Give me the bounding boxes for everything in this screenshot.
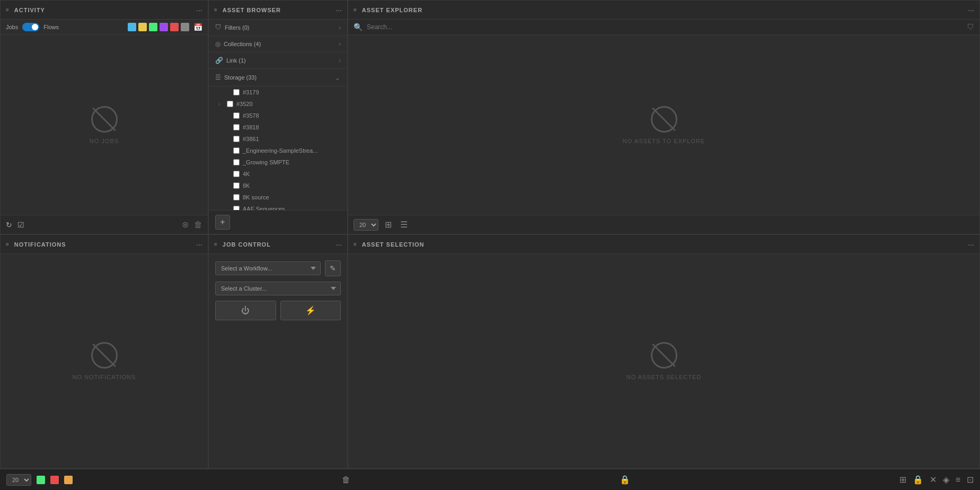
lock-bottom-icon[interactable]: 🔒 [913,475,923,485]
color-blue[interactable] [128,23,136,31]
close-bottom-icon[interactable]: ✕ [930,475,937,485]
job-control-body: Select a Workflow... ✎ Select a Cluster.… [209,254,347,468]
start-button[interactable]: ⏻ [215,301,276,320]
storage-header[interactable]: ☰ Storage (33) ⌄ [209,69,347,86]
notifications-menu-icon[interactable]: ··· [196,241,202,248]
cancel-icon[interactable]: ⊗ [182,220,189,230]
bottom-right-icons: ⊞ 🔒 ✕ ◈ ≡ ⊡ [899,475,974,485]
delete-bottom-icon[interactable]: 🗑 [342,475,350,485]
bottom-color-red[interactable] [50,476,59,484]
asset-selection-panel: ≡ ASSET SELECTION ··· NO ASSETS SELECTED [348,234,980,469]
edit-workflow-button[interactable]: ✎ [325,260,341,276]
jobs-flows-toggle[interactable] [22,23,39,31]
lock-icon[interactable]: 🔒 [620,475,630,485]
flash-button[interactable]: ⚡ [280,301,341,320]
color-filters [128,23,189,31]
item-checkbox[interactable] [233,89,240,95]
storage-label: Storage (33) [224,74,334,81]
action-row: ⏻ ⚡ [215,301,341,320]
activity-header: ≡ ACTIVITY ··· [1,1,208,20]
item-checkbox[interactable] [233,136,240,142]
asset-browser-menu-icon[interactable]: ··· [336,6,342,14]
filters-row[interactable]: ⛉ Filters (0) › [209,20,347,36]
collections-icon: ◎ [215,40,220,48]
bottom-color-orange[interactable] [64,476,73,484]
asset-selection-title: ASSET SELECTION [362,241,965,248]
storage-item[interactable]: _Growing SMPTE [209,156,347,168]
notifications-empty-state: NO NOTIFICATIONS [1,254,208,468]
search-input[interactable] [367,23,963,31]
refresh-icon[interactable]: ↻ [6,221,12,229]
storage-item[interactable]: #3179 [209,86,347,98]
storage-item[interactable]: _Engineering-SampleStrea... [209,145,347,156]
filter-search-icon[interactable]: ⛉ [967,23,974,31]
item-checkbox[interactable] [233,124,240,130]
item-label: #3818 [243,124,259,130]
color-yellow[interactable] [138,23,147,31]
flows-label: Flows [43,24,59,30]
activity-footer: ↻ ☑ ⊗ 🗑 [1,215,208,234]
color-purple[interactable] [160,23,168,31]
calendar-icon[interactable]: 📅 [193,23,202,31]
color-red[interactable] [170,23,179,31]
no-selection-icon [651,342,677,369]
bottom-page-select[interactable]: 20 [6,474,31,486]
list-bottom-icon[interactable]: ≡ [956,475,960,485]
check-icon[interactable]: ☑ [17,221,24,229]
activity-menu-icon[interactable]: ··· [196,6,202,14]
bottom-color-green[interactable] [37,476,45,484]
color-gray[interactable] [181,23,189,31]
storage-items-list: #3179 › #3520 #3578 #3818 [209,86,347,210]
grid-view-icon[interactable]: ⊞ [383,218,394,231]
list-view-icon[interactable]: ☰ [398,218,410,231]
storage-item[interactable]: 8K source [209,191,347,203]
item-label: #3578 [243,112,259,119]
workflow-select[interactable]: Select a Workflow... [215,261,321,275]
storage-item[interactable]: #3818 [209,121,347,133]
job-control-title: JOB CONTROL [223,241,332,248]
item-checkbox[interactable] [227,101,233,107]
asset-explorer-title: ASSET EXPLORER [362,7,965,13]
filter-icon: ⛉ [215,24,222,31]
drag-icon-jc: ≡ [214,241,217,247]
asset-browser-panel: ≡ ASSET BROWSER ··· ⛉ Filters (0) › ◎ Co… [208,0,348,234]
add-button[interactable]: + [215,215,230,230]
storage-item[interactable]: › #3520 [209,98,347,110]
storage-icon: ☰ [215,74,221,81]
link-row[interactable]: 🔗 Link (1) › [209,52,347,69]
item-checkbox[interactable] [233,112,240,119]
storage-item[interactable]: AAF Sequences [209,203,347,210]
asset-browser-title: ASSET BROWSER [223,7,332,13]
cluster-select[interactable]: Select a Cluster... [215,282,341,295]
item-checkbox[interactable] [233,206,240,210]
drag-icon-as: ≡ [354,241,357,247]
search-bar: 🔍 ⛉ [348,20,979,35]
bottom-bar: 20 🗑 🔒 ⊞ 🔒 ✕ ◈ ≡ ⊡ [0,469,980,490]
page-select[interactable]: 20 [354,219,378,231]
no-notifications-icon [91,342,118,369]
asset-explorer-panel: ≡ ASSET EXPLORER ··· 🔍 ⛉ NO ASSETS TO EX… [348,0,980,234]
asset-explorer-menu-icon[interactable]: ··· [968,6,974,14]
collections-row[interactable]: ◎ Collections (4) › [209,36,347,52]
item-label: #3520 [236,101,253,107]
item-checkbox[interactable] [233,194,240,200]
delete-icon[interactable]: 🗑 [194,220,202,230]
expand-icon[interactable]: › [218,101,224,107]
item-label: 8K [243,182,250,189]
storage-item[interactable]: 8K [209,180,347,191]
add-frame-icon[interactable]: ⊡ [967,475,974,485]
item-checkbox[interactable] [233,147,240,154]
item-checkbox[interactable] [233,182,240,189]
no-notifications-text: NO NOTIFICATIONS [73,374,136,380]
activity-title: ACTIVITY [14,7,193,13]
grid-bottom-icon[interactable]: ⊞ [899,475,906,485]
color-green[interactable] [149,23,157,31]
job-control-menu-icon[interactable]: ··· [336,241,342,248]
storage-item[interactable]: #3861 [209,133,347,145]
asset-selection-menu-icon[interactable]: ··· [968,241,974,248]
storage-item[interactable]: 4K [209,168,347,180]
storage-item[interactable]: #3578 [209,110,347,121]
item-checkbox[interactable] [233,171,240,177]
item-checkbox[interactable] [233,159,240,165]
layers-bottom-icon[interactable]: ◈ [943,475,949,485]
